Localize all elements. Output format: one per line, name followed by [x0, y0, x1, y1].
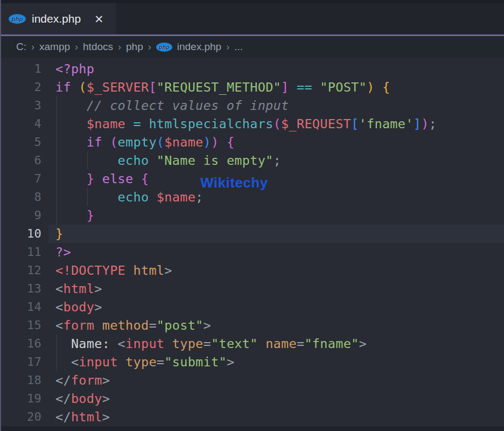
line-number[interactable]: 10 [0, 225, 48, 243]
code-token: 'fname' [359, 116, 414, 131]
code-token: = [134, 116, 141, 131]
code-line-content[interactable]: <html> [48, 280, 504, 298]
code-line-19[interactable]: 19</body> [0, 390, 504, 408]
code-line-13[interactable]: 13<html> [0, 280, 504, 298]
line-number[interactable]: 2 [0, 78, 48, 96]
line-number[interactable]: 9 [0, 206, 48, 225]
code-token: == [297, 80, 312, 95]
code-token: ) [204, 135, 211, 150]
line-number[interactable]: 19 [0, 390, 48, 408]
code-token: < [55, 318, 63, 333]
breadcrumb-item-indexphp[interactable]: phpindex.php [156, 41, 221, 53]
breadcrumb-item-c[interactable]: C: [16, 41, 26, 53]
code-token: [ [149, 80, 156, 95]
line-number[interactable]: 11 [0, 243, 48, 261]
line-number[interactable]: 3 [0, 96, 48, 115]
code-token [219, 135, 226, 150]
line-number[interactable]: 12 [0, 261, 48, 280]
code-token: ( [274, 116, 281, 131]
code-token: $_REQUEST [281, 116, 351, 131]
code-line-content[interactable]: </html> [48, 408, 504, 426]
code-line-6[interactable]: 6 echo "Name is empty"; [0, 151, 504, 170]
code-line-content[interactable]: ?> [48, 243, 504, 261]
breadcrumb-item-php[interactable]: php [126, 41, 143, 53]
code-line-content[interactable]: if (empty($name)) { [48, 133, 504, 151]
code-token: html [71, 409, 102, 425]
code-line-17[interactable]: 17 <input type="submit"> [0, 353, 504, 371]
code-line-content[interactable]: } [48, 206, 504, 225]
code-line-11[interactable]: 11?> [0, 243, 504, 261]
code-line-18[interactable]: 18</form> [0, 371, 504, 390]
code-line-15[interactable]: 15<form method="post"> [0, 316, 504, 335]
code-line-content[interactable]: </body> [48, 390, 504, 408]
tab-close-icon[interactable]: ✕ [94, 13, 104, 25]
line-number[interactable]: 1 [0, 60, 48, 78]
code-line-content[interactable]: $name = htmlspecialchars($_REQUEST['fnam… [48, 115, 504, 133]
code-line-content[interactable]: <body> [48, 298, 504, 316]
code-line-content[interactable]: // collect values of input [48, 96, 504, 115]
code-token: "Name is empty" [157, 153, 274, 168]
code-token: > [94, 300, 102, 315]
code-line-content[interactable]: } else { [48, 170, 504, 188]
code-line-12[interactable]: 12<!DOCTYPE html> [0, 261, 504, 280]
code-token: $name [87, 116, 125, 131]
code-line-10[interactable]: 10} [0, 225, 504, 243]
line-number[interactable]: 20 [0, 408, 48, 426]
code-token: = [204, 336, 211, 351]
code-token: html [125, 263, 164, 278]
code-line-content[interactable]: <input type="submit"> [48, 353, 504, 371]
breadcrumb-item-[interactable]: ... [234, 41, 243, 53]
code-editor[interactable]: 1<?php2if ($_SERVER["REQUEST_METHOD"] ==… [0, 59, 504, 426]
breadcrumb-item-htdocs[interactable]: htdocs [83, 41, 113, 53]
code-line-20[interactable]: 20</html> [0, 408, 504, 426]
code-token: $name [157, 190, 195, 205]
code-line-content[interactable]: Name: <input type="text" name="fname"> [48, 335, 504, 353]
code-token: [ [351, 116, 359, 131]
code-token: Name: [55, 336, 118, 351]
code-line-1[interactable]: 1<?php [0, 60, 504, 78]
line-number[interactable]: 18 [0, 371, 48, 390]
code-line-2[interactable]: 2if ($_SERVER["REQUEST_METHOD"] == "POST… [0, 78, 504, 96]
code-line-4[interactable]: 4 $name = htmlspecialchars($_REQUEST['fn… [0, 115, 504, 133]
indent-guide [57, 170, 57, 188]
line-number[interactable]: 16 [0, 335, 48, 353]
indent-guide [57, 206, 57, 225]
line-number[interactable]: 8 [0, 188, 48, 206]
code-line-content[interactable]: </form> [48, 371, 504, 390]
code-line-16[interactable]: 16 Name: <input type="text" name="fname"… [0, 335, 504, 353]
wikitechy-watermark: Wikitechy [200, 175, 268, 191]
breadcrumb-item-label: htdocs [83, 41, 113, 53]
code-token: ( [110, 135, 117, 150]
code-line-content[interactable]: echo $name; [48, 188, 504, 206]
line-number[interactable]: 14 [0, 298, 48, 316]
code-line-5[interactable]: 5 if (empty($name)) { [0, 133, 504, 151]
code-token: > [359, 336, 367, 351]
code-line-content[interactable]: } [48, 225, 504, 243]
code-token: ) [421, 116, 429, 131]
line-number[interactable]: 7 [0, 170, 48, 188]
line-number[interactable]: 5 [0, 133, 48, 151]
line-number[interactable]: 4 [0, 115, 48, 133]
code-token: html [63, 281, 94, 296]
code-token: ( [79, 80, 86, 95]
line-number[interactable]: 6 [0, 151, 48, 170]
code-line-content[interactable]: <form method="post"> [48, 316, 504, 335]
code-token: < [118, 336, 125, 351]
code-token: type [118, 354, 157, 370]
code-token: body [63, 300, 94, 315]
code-line-content[interactable]: if ($_SERVER["REQUEST_METHOD"] == "POST"… [48, 78, 504, 96]
code-line-3[interactable]: 3 // collect values of input [0, 96, 504, 115]
code-line-content[interactable]: echo "Name is empty"; [48, 151, 504, 170]
indent-guide [57, 188, 57, 206]
breadcrumb-item-xampp[interactable]: xampp [39, 41, 70, 53]
line-number[interactable]: 13 [0, 280, 48, 298]
code-line-content[interactable]: <!DOCTYPE html> [48, 261, 504, 280]
line-number[interactable]: 17 [0, 353, 48, 371]
code-token: if [87, 135, 110, 150]
code-line-content[interactable]: <?php [48, 60, 504, 78]
line-number[interactable]: 15 [0, 316, 48, 335]
code-token: echo [118, 153, 157, 168]
tab-index-php[interactable]: php index.php ✕ [0, 3, 116, 34]
code-line-9[interactable]: 9 } [0, 206, 504, 225]
code-line-14[interactable]: 14<body> [0, 298, 504, 316]
